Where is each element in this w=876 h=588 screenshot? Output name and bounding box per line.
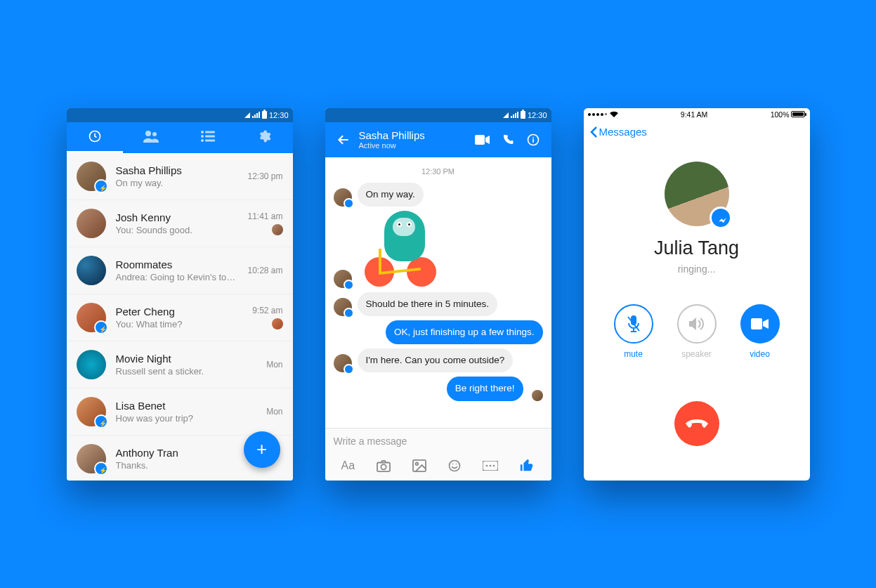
video-icon (475, 134, 490, 145)
conversation-name: Movie Night (116, 353, 257, 365)
back-to-messages[interactable]: Messages (584, 121, 810, 143)
video-call-button[interactable] (470, 134, 495, 145)
gear-icon (257, 129, 271, 143)
chevron-left-icon (589, 126, 598, 138)
battery-icon (791, 111, 805, 117)
avatar (77, 303, 106, 332)
photo-icon[interactable] (412, 459, 426, 472)
conversation-preview: You: Sounds good. (116, 225, 238, 235)
clock-icon (88, 129, 102, 143)
svg-point-1 (145, 131, 151, 136)
tab-settings[interactable] (236, 122, 293, 153)
battery-icon (521, 111, 525, 119)
conversation-preview: Andrea: Going to Kevin's tonight? (116, 272, 238, 282)
speaker-label: speaker (681, 349, 712, 359)
video-button[interactable]: video (740, 304, 780, 359)
conversation-title[interactable]: Sasha Phillips Active now (356, 129, 470, 150)
sender-avatar (334, 298, 352, 316)
conversation-time: 11:41 am (247, 211, 282, 221)
contact-name: Julia Tang (654, 237, 739, 259)
conversation-row[interactable]: Josh KennyYou: Sounds good.11:41 am (67, 200, 293, 247)
svg-point-3 (201, 131, 204, 133)
conversation-row[interactable]: Movie NightRussell sent a sticker.Mon (67, 341, 293, 388)
svg-point-15 (450, 460, 460, 471)
contact-avatar (665, 162, 729, 226)
status-time: 9:41 AM (681, 110, 708, 119)
call-status: ringing... (678, 263, 716, 275)
conversation-preview: Russell sent a sticker. (116, 366, 257, 377)
tab-people[interactable] (123, 122, 180, 153)
conversation-screen: 12:30 Sasha Phillips Active now 12:30 PM… (325, 108, 551, 481)
conversation-preview: How was your trip? (116, 413, 257, 424)
mic-off-icon (626, 315, 641, 333)
svg-rect-21 (751, 318, 762, 329)
presence-status: Active now (359, 141, 470, 150)
wifi-icon (503, 112, 509, 118)
info-button[interactable] (521, 133, 546, 147)
message-input[interactable]: Write a message (325, 429, 551, 454)
wifi-icon (244, 112, 250, 118)
tab-groups[interactable] (180, 122, 237, 153)
conversation-row[interactable]: Peter ChengYou: What time?9:52 am (67, 294, 293, 341)
back-label: Messages (599, 126, 647, 138)
top-tabs (67, 122, 293, 153)
svg-rect-8 (205, 140, 215, 142)
sender-avatar (334, 354, 352, 372)
battery-icon (262, 111, 267, 119)
svg-point-17 (486, 464, 488, 466)
back-button[interactable] (331, 133, 356, 147)
android-status-bar: 12:30 (67, 108, 293, 122)
list-icon (201, 131, 215, 142)
conversation-header: Sasha Phillips Active now (325, 122, 551, 157)
sender-avatar (334, 188, 352, 207)
svg-point-19 (493, 464, 495, 466)
message-bubble: On my way. (358, 183, 424, 207)
messenger-badge-icon (716, 213, 730, 227)
message-row: Should be there in 5 minutes. (334, 292, 543, 316)
voice-call-button[interactable] (495, 133, 521, 146)
composer-actions: Aa (325, 454, 551, 481)
more-icon[interactable] (483, 461, 498, 471)
sender-avatar (334, 270, 352, 288)
status-time: 12:30 (528, 111, 547, 119)
status-time: 12:30 (269, 111, 289, 119)
conversation-time: 10:28 am (247, 266, 282, 275)
contact-name: Sasha Phillips (359, 129, 470, 141)
mute-label: mute (624, 349, 643, 359)
avatar (77, 162, 106, 191)
conversation-time: Mon (266, 360, 282, 370)
svg-rect-9 (475, 135, 485, 145)
avatar (77, 209, 106, 238)
seen-indicator (532, 390, 543, 401)
svg-point-18 (490, 464, 492, 466)
text-format-button[interactable]: Aa (341, 459, 355, 472)
like-icon[interactable] (519, 458, 535, 473)
call-actions: mute speaker video (614, 304, 780, 359)
signal-dots-icon (588, 113, 607, 116)
speaker-button[interactable]: speaker (677, 304, 717, 359)
hang-up-icon (685, 418, 709, 429)
hang-up-button[interactable] (674, 401, 719, 446)
svg-point-14 (416, 462, 419, 465)
compose-fab[interactable]: + (244, 431, 280, 468)
tab-recents[interactable] (67, 122, 124, 153)
conversation-name: Lisa Benet (116, 400, 257, 412)
signal-icon (511, 112, 518, 118)
mute-button[interactable]: mute (614, 304, 653, 359)
conversation-time: 9:52 am (252, 306, 282, 315)
svg-rect-6 (205, 136, 215, 138)
conversation-name: Josh Kenny (116, 211, 238, 223)
svg-rect-13 (413, 459, 426, 471)
camera-icon[interactable] (376, 459, 391, 472)
conversation-row[interactable]: Lisa BenetHow was your trip?Mon (67, 388, 293, 435)
sticker (362, 211, 446, 288)
conversation-row[interactable]: Sasha PhillipsOn my way.12:30 pm (67, 153, 293, 200)
emoji-icon[interactable] (447, 459, 462, 473)
signal-icon (252, 112, 260, 118)
video-label: video (750, 349, 770, 359)
seen-avatar (272, 224, 283, 235)
conversation-name: Peter Cheng (116, 306, 243, 318)
conversation-row[interactable]: RoommatesAndrea: Going to Kevin's tonigh… (67, 247, 293, 294)
message-row (334, 211, 543, 288)
conversation-time: 12:30 pm (247, 171, 282, 181)
